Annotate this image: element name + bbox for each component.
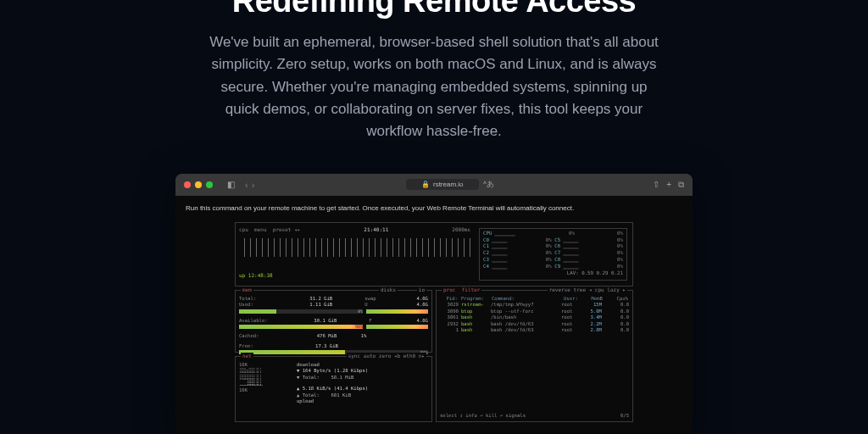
zero-button[interactable]: zero [379,353,391,359]
upload-label: upload [297,398,428,405]
table-row[interactable]: 3029rstream-/tmp/tmp.WYwyy7root15M⠀⠀0.0 [440,302,629,309]
url-bar[interactable]: 🔒 rstream.io ᴬあ [259,179,641,190]
io-label[interactable]: io [419,287,425,292]
hdr-command[interactable]: Command: [491,296,563,303]
cpu-label: C0 [483,237,489,244]
clock: 21:40:11 [364,226,388,233]
signals-hint: signals [506,413,526,418]
cpu-label: C4 [483,264,489,270]
forward-icon[interactable]: › [252,180,255,190]
minimize-icon[interactable] [195,181,202,188]
close-icon[interactable] [184,181,191,188]
sidebar-icon[interactable]: ◧ [225,180,236,189]
hero-title: Redefining Remote Access [0,0,868,19]
sync-button[interactable]: sync [348,353,360,359]
lock-icon: 🔒 [421,181,430,188]
cpu-pct: 0% [617,231,623,237]
traffic-lights [184,181,213,188]
mem-free: 17.3 GiB [284,343,338,350]
back-icon[interactable]: ‹ [245,180,248,190]
cpu-label: C3 [483,257,489,264]
cpu-label: C2 [483,250,489,257]
menu-button[interactable]: menu [254,226,266,232]
table-row[interactable]: 3061bash/bin/bashroot3.4M⠀⠀0.0 [440,314,629,321]
mem-cached-pct: 1% [339,333,366,340]
mem-avail-label: Available: [239,318,281,325]
btop-terminal: cpu menu preset ◂▸ 21:40:11 2000ms up 12… [235,222,633,422]
cpu-label: C7 [554,250,560,257]
uptime: up 12:48:38 [239,272,474,279]
cpu-pct: 0% [546,237,552,244]
cpu-chart [239,238,474,257]
cpu-pct: 0% [546,250,552,257]
sort-label[interactable]: cpu lazy [595,287,620,292]
proc-title: proc [443,287,455,292]
table-row[interactable]: 1bashbash /dev/fd/63root2.8M⠀⠀0.0 [440,327,629,334]
ul-total-label: ▲ Total: [297,392,320,398]
preset-button[interactable]: preset [273,226,292,232]
cpu-pct: 0% [617,237,623,244]
browser-chrome: ◧ ‹ › 🔒 rstream.io ᴬあ ⇧ + ⧉ [175,174,693,196]
url-text: rstream.io [433,181,464,188]
new-tab-icon[interactable]: + [666,180,671,190]
swap-total: 4.0G [404,296,428,303]
share-icon[interactable]: ⇧ [653,180,659,190]
table-row[interactable]: 3090btopbtop --utf-forcroot5.0M⠀⠀0.0 [440,309,629,315]
maximize-icon[interactable] [206,181,213,188]
net-stats: download ▼ 164 Byte/s (1.28 Kibps) ▼ Tot… [290,362,428,405]
net-title: net [242,353,252,359]
cpu-pct: 0% [569,231,575,237]
tree-button[interactable]: tree [574,287,586,292]
cpu-pct: 0% [546,257,552,264]
auto-button[interactable]: auto [364,353,376,359]
cpu-label: CPU [483,231,492,237]
mem-title: mem [242,287,252,292]
cpu-label: C5 [554,237,560,244]
cpu-cores-box: CPU▁▁▁▁▁▁▁▁0%0% C0▁▁▁▁▁▁0% C5▁▁▁▁▁▁0% C1… [479,228,627,281]
cpu-label: C6 [554,243,560,250]
mem-free-label: Free: [239,343,281,350]
swap-label: swap [364,296,402,303]
translate-icon[interactable]: ᴬあ [483,179,495,190]
cpu-pct: 0% [546,243,552,250]
hdr-user[interactable]: User: [563,296,581,303]
reverse-button[interactable]: reverse [549,287,570,292]
mem-used-pct: 4% [358,309,363,314]
mem-panel: mem disks io Total:31.2 GiBswap4.0G Used… [235,290,432,353]
page-content: Run this command on your remote machine … [175,196,693,433]
swap-used: 4.0G [404,302,428,309]
mem-total-label: Total: [239,296,281,303]
cpu-pct: 0% [617,250,623,257]
instruction-text: Run this command on your remote machine … [186,204,682,212]
load-average: LAV: 0.59 0.29 0.21 [483,270,623,277]
net-chart: 10K ⣿⣿⣷⣾⣿⣿⢸⡇⡇ ⡿⣿⣿⣿⣿⣿⢸⡇⡇ ⣀⣀⣀⣿⣿⣿⣸⣇⣇ 10K [239,362,290,405]
swap-f-label: F [369,318,402,325]
filter-button[interactable]: filter [462,287,481,292]
hdr-cpu[interactable]: Cpu% [604,296,629,303]
hdr-program[interactable]: Program: [459,296,491,303]
ul-total: 601 KiB [331,392,351,398]
proc-panel: proc filter reverse tree ◂ cpu lazy ▸ Pi… [436,290,633,422]
download-speed: ▼ 164 Byte/s (1.28 Kibps) [297,368,428,375]
hdr-mem[interactable]: MemB [581,296,604,303]
cpu-title: cpu [239,226,248,232]
hdr-pid[interactable]: Pid: [440,296,459,303]
cpu-pct: 0% [546,264,552,270]
tabs-icon[interactable]: ⧉ [678,180,684,190]
kill-hint: kill [486,413,497,418]
disks-label[interactable]: disks [381,287,396,292]
cpu-label: C9 [554,264,560,270]
mem-cached-label: Cached: [239,333,281,340]
browser-window: ◧ ‹ › 🔒 rstream.io ᴬあ ⇧ + ⧉ Run this com… [175,174,693,433]
cpu-label: C8 [554,257,560,264]
swap-free: 4.0G [404,318,428,325]
mem-used-label: Used: [239,302,281,309]
swap-u-label: U [364,302,402,309]
mem-avail-pct: 96% [355,324,363,330]
nav-buttons: ‹ › [245,180,254,190]
info-hint: info [465,413,476,418]
upload-speed: ▲ 5.18 KiB/s (41.4 Kibps) [297,386,428,392]
select-hint: select [440,413,457,418]
table-row[interactable]: 2932bashbash /dev/fd/63root2.2M⠀⠀0.0 [440,321,629,328]
net-iface[interactable]: eth0 [403,353,415,359]
